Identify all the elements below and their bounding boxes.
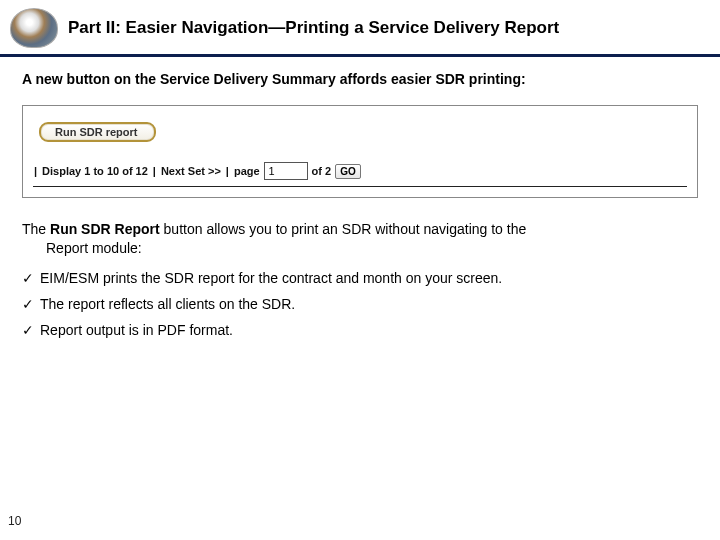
paragraph-run-sdr: The Run SDR Report button allows you to … <box>22 220 698 258</box>
bullet-text: The report reflects all clients on the S… <box>40 296 295 312</box>
checkmark-icon: ✓ <box>22 297 34 311</box>
paragraph-text: button allows you to print an SDR withou… <box>160 221 527 237</box>
pager-page-label: page <box>234 165 260 177</box>
intro-text: A new button on the Service Delivery Sum… <box>22 71 698 87</box>
bullet-text: EIM/ESM prints the SDR report for the co… <box>40 270 502 286</box>
checkmark-icon: ✓ <box>22 323 34 337</box>
page-number: 10 <box>8 514 21 528</box>
logo-icon <box>10 8 58 48</box>
pager-separator: | <box>33 165 38 177</box>
bullet-item: ✓ The report reflects all clients on the… <box>22 296 698 312</box>
bullet-item: ✓ EIM/ESM prints the SDR report for the … <box>22 270 698 286</box>
checkmark-icon: ✓ <box>22 271 34 285</box>
pager-separator: | <box>225 165 230 177</box>
pager-next-link[interactable]: Next Set >> <box>161 165 221 177</box>
pager-bar: | Display 1 to 10 of 12 | Next Set >> | … <box>33 162 687 180</box>
bullet-text: Report output is in PDF format. <box>40 322 233 338</box>
screenshot-inner-divider <box>33 186 687 187</box>
bullet-item: ✓ Report output is in PDF format. <box>22 322 698 338</box>
pager-of-text: of 2 <box>312 165 332 177</box>
paragraph-text: The <box>22 221 50 237</box>
screenshot-panel: Run SDR report | Display 1 to 10 of 12 |… <box>22 105 698 198</box>
paragraph-bold: Run SDR Report <box>50 221 160 237</box>
run-sdr-report-button[interactable]: Run SDR report <box>39 122 156 142</box>
pager-separator: | <box>152 165 157 177</box>
pager-display-text: Display 1 to 10 of 12 <box>42 165 148 177</box>
paragraph-text: Report module: <box>22 239 698 258</box>
pager-page-input[interactable] <box>264 162 308 180</box>
page-title: Part II: Easier Navigation—Printing a Se… <box>68 18 559 38</box>
pager-go-button[interactable]: GO <box>335 164 361 179</box>
